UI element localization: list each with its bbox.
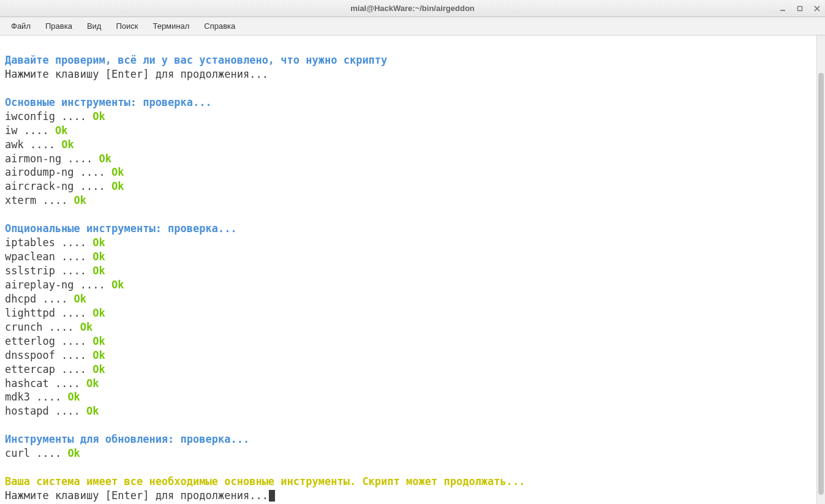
menu-terminal[interactable]: Терминал [146, 19, 195, 33]
terminal-line: airodump-ng .... Ok [5, 165, 820, 179]
status-ok: Ok [92, 250, 105, 263]
tool-name: iptables [5, 236, 55, 249]
terminal-line: wpaclean .... Ok [5, 250, 820, 264]
tool-name: ettercap [5, 363, 55, 375]
menu-search[interactable]: Поиск [110, 19, 144, 33]
tool-name: airmon-ng [5, 152, 61, 165]
menu-file[interactable]: Файл [5, 19, 37, 33]
minimize-button[interactable] [778, 4, 787, 13]
tool-name: lighttpd [5, 307, 55, 319]
status-ok: Ok [92, 265, 105, 277]
terminal-line: dhcpd .... Ok [5, 292, 820, 306]
tool-name: dnsspoof [5, 349, 55, 361]
window-controls [778, 0, 821, 17]
terminal-line: Основные инструменты: проверка... [5, 96, 820, 110]
tool-name: awk [5, 138, 24, 151]
header-success: Ваша система имеет все необходимые основ… [5, 475, 526, 487]
terminal-line: awk .... Ok [5, 138, 820, 152]
terminal-blank-line [5, 39, 820, 53]
prompt-continue: Нажмите клавишу [Enter] для продолжения.… [5, 68, 268, 80]
status-ok: Ok [111, 279, 124, 291]
terminal-blank-line [5, 418, 820, 432]
tool-name: crunch [5, 321, 42, 333]
terminal-output[interactable]: Давайте проверим, всё ли у вас установле… [0, 36, 825, 504]
terminal-blank-line [5, 208, 820, 222]
status-ok: Ok [99, 152, 111, 165]
svg-rect-1 [798, 6, 802, 10]
terminal-line: curl .... Ok [5, 446, 820, 461]
status-ok: Ok [92, 110, 105, 122]
terminal-line: dnsspoof .... Ok [5, 348, 820, 363]
status-ok: Ok [67, 447, 80, 459]
terminal-line: etterlog .... Ok [5, 334, 820, 348]
tool-name: aircrack-ng [5, 180, 74, 192]
terminal-line: ettercap .... Ok [5, 363, 820, 377]
terminal-line: lighttpd .... Ok [5, 306, 820, 320]
terminal-line: iptables .... Ok [5, 236, 820, 250]
terminal-line: Инструменты для обновления: проверка... [5, 432, 820, 446]
status-ok: Ok [86, 377, 99, 389]
status-ok: Ok [80, 321, 92, 333]
status-ok: Ok [74, 293, 86, 305]
header-optional: Опциональные инструменты: проверка... [5, 222, 237, 235]
status-ok: Ok [61, 138, 73, 151]
terminal-line: Опциональные инструменты: проверка... [5, 222, 820, 236]
status-ok: Ok [111, 180, 124, 192]
terminal-cursor [269, 490, 275, 502]
status-ok: Ok [92, 349, 105, 361]
terminal-blank-line [5, 461, 820, 475]
scrollbar-thumb[interactable] [818, 73, 824, 495]
tool-name: dhcpd [5, 293, 36, 305]
terminal-line: Нажмите клавишу [Enter] для продолжения.… [5, 489, 820, 503]
header-update: Инструменты для обновления: проверка... [5, 433, 249, 445]
status-ok: Ok [92, 307, 105, 319]
window-titlebar: mial@HackWare:~/bin/airgeddon [0, 0, 825, 17]
tool-name: airodump-ng [5, 166, 74, 178]
terminal-line: xterm .... Ok [5, 194, 820, 208]
menu-view[interactable]: Вид [81, 19, 108, 33]
status-ok: Ok [67, 391, 80, 403]
prompt-continue: Нажмите клавишу [Enter] для продолжения.… [5, 489, 268, 502]
terminal-line: crunch .... Ok [5, 320, 820, 334]
close-button[interactable] [813, 4, 821, 13]
maximize-button[interactable] [796, 4, 804, 13]
status-ok: Ok [92, 335, 105, 347]
tool-name: hashcat [5, 377, 49, 389]
tool-name: wpaclean [5, 250, 55, 263]
terminal-line: mdk3 .... Ok [5, 390, 820, 404]
terminal-line: Давайте проверим, всё ли у вас установле… [5, 53, 820, 67]
header-essential: Основные инструменты: проверка... [5, 96, 212, 108]
status-ok: Ok [55, 124, 67, 137]
tool-name: mdk3 [5, 391, 30, 403]
terminal-line: hostapd .... Ok [5, 404, 820, 418]
tool-name: xterm [5, 194, 36, 206]
menu-help[interactable]: Справка [198, 19, 241, 33]
header-intro: Давайте проверим, всё ли у вас установле… [5, 54, 387, 66]
tool-name: hostapd [5, 405, 49, 417]
terminal-line: Нажмите клавишу [Enter] для продолжения.… [5, 67, 820, 81]
status-ok: Ok [74, 194, 86, 206]
status-ok: Ok [92, 363, 105, 375]
tool-name: sslstrip [5, 265, 55, 277]
tool-name: curl [5, 447, 30, 459]
tool-name: iwconfig [5, 110, 55, 122]
tool-name: etterlog [5, 335, 55, 347]
window-title: mial@HackWare:~/bin/airgeddon [350, 4, 475, 13]
status-ok: Ok [92, 236, 105, 249]
terminal-blank-line [5, 81, 820, 96]
terminal-line: aircrack-ng .... Ok [5, 179, 820, 194]
terminal-line: hashcat .... Ok [5, 377, 820, 391]
tool-name: iw [5, 124, 17, 137]
terminal-line: iw .... Ok [5, 124, 820, 138]
terminal-line: Ваша система имеет все необходимые основ… [5, 475, 820, 489]
scrollbar[interactable] [816, 36, 825, 504]
status-ok: Ok [86, 405, 99, 417]
terminal-line: aireplay-ng .... Ok [5, 278, 820, 292]
terminal-line: airmon-ng .... Ok [5, 152, 820, 166]
tool-name: aireplay-ng [5, 279, 74, 291]
terminal-line: iwconfig .... Ok [5, 110, 820, 124]
menu-edit[interactable]: Правка [39, 19, 78, 33]
status-ok: Ok [111, 166, 124, 178]
terminal-line: sslstrip .... Ok [5, 264, 820, 278]
menubar: Файл Правка Вид Поиск Терминал Справка [0, 17, 825, 36]
